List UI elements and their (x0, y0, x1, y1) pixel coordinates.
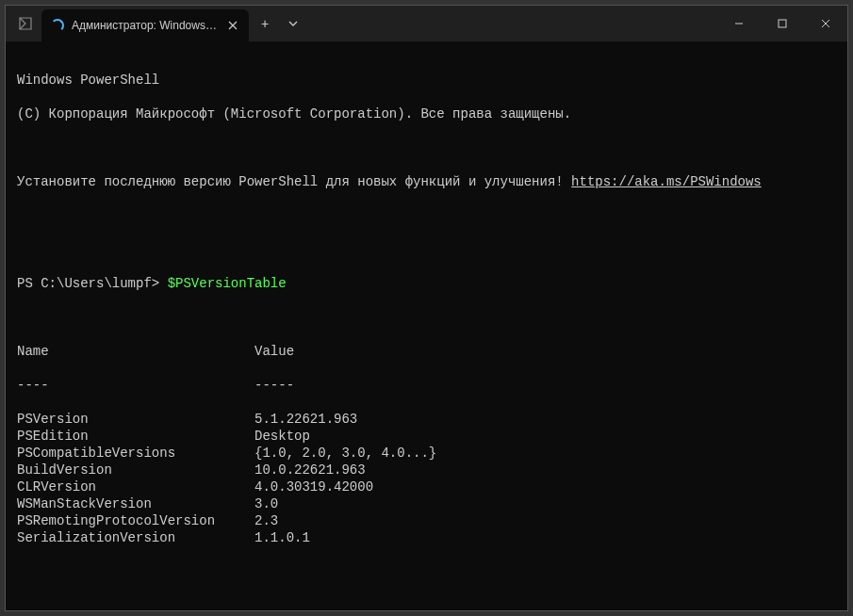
table-row: BuildVersion 10.0.22621.963 (17, 462, 836, 478)
output-line: (C) Корпорация Майкрософт (Microsoft Cor… (17, 105, 836, 122)
tab-active[interactable]: Администратор: Windows Po (41, 9, 249, 41)
table-row: PSVersion 5.1.22621.963 (17, 411, 836, 428)
table-row: CLRVersion 4.0.30319.42000 (17, 478, 836, 495)
terminal-window: Администратор: Windows Po + Windows Powe… (5, 5, 848, 611)
close-window-button[interactable] (804, 6, 847, 41)
link[interactable]: https://aka.ms/PSWindows (571, 174, 762, 189)
output-line: Windows PowerShell (17, 72, 836, 89)
maximize-button[interactable] (761, 6, 804, 41)
output-line: Установите последнюю версию PowerShell д… (17, 173, 836, 190)
table-row: PSCompatibleVersions {1.0, 2.0, 3.0, 4.0… (17, 445, 836, 462)
table-divider: ---- ----- (17, 377, 836, 394)
terminal-output[interactable]: Windows PowerShell (C) Корпорация Майкро… (6, 41, 847, 610)
minimize-button[interactable] (717, 6, 761, 41)
blank-line (17, 597, 836, 610)
svg-rect-0 (779, 20, 786, 27)
titlebar: Администратор: Windows Po + (6, 6, 847, 41)
blank-line (17, 309, 836, 326)
blank-line (17, 207, 836, 224)
prompt-line: PS C:\Users\lumpf> $PSVersionTable (17, 275, 836, 292)
loading-spinner-icon (51, 19, 64, 32)
blank-line (17, 563, 836, 580)
tab-dropdown-button[interactable] (281, 6, 305, 41)
app-menu-icon[interactable] (6, 6, 41, 41)
tab-close-button[interactable] (226, 21, 239, 30)
titlebar-drag-area[interactable] (305, 6, 717, 41)
table-row: PSEdition Desktop (17, 428, 836, 445)
table-row: PSRemotingProtocolVersion 2.3 (17, 512, 836, 529)
tab-title: Администратор: Windows Po (72, 19, 219, 32)
table-row: WSManStackVersion 3.0 (17, 495, 836, 512)
table-header: Name Value (17, 343, 836, 360)
blank-line (17, 241, 836, 258)
table-row: SerializationVersion 1.1.0.1 (17, 529, 836, 546)
blank-line (17, 139, 836, 156)
new-tab-button[interactable]: + (249, 6, 281, 41)
